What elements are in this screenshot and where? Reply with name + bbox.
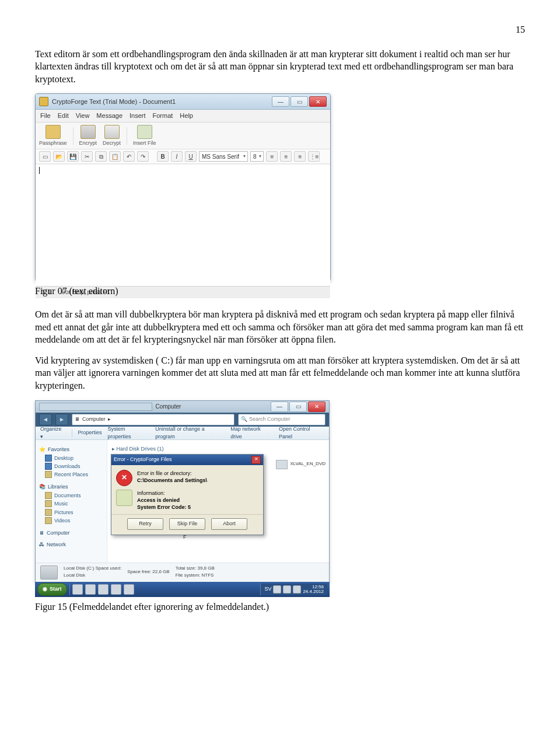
- dvd-icon: [276, 460, 288, 469]
- forward-button[interactable]: ►: [55, 414, 68, 425]
- editor-area[interactable]: [36, 164, 330, 286]
- sidebar-favorites-header[interactable]: ⭐ Favorites: [39, 446, 103, 453]
- font-size-select[interactable]: 8: [250, 151, 264, 162]
- close-button[interactable]: ✕: [309, 96, 327, 107]
- maximize-button[interactable]: ▭: [290, 96, 308, 107]
- skip-file-button[interactable]: Skip File: [169, 518, 205, 530]
- menu-file[interactable]: File: [40, 111, 51, 120]
- sidebar-item-downloads[interactable]: Downloads: [39, 462, 103, 470]
- figure-15-caption: Figur 15 (Felmeddelandet efter ignorerin…: [35, 601, 525, 613]
- sidebar-libraries-header[interactable]: 📚 Libraries: [39, 483, 103, 490]
- nav-sidebar: ⭐ Favorites Desktop Downloads Recent Pla…: [36, 440, 107, 563]
- search-input[interactable]: 🔍 Search Computer: [238, 414, 326, 425]
- undo-icon[interactable]: ↶: [123, 151, 135, 162]
- taskbar-icon[interactable]: [111, 584, 121, 595]
- menu-help[interactable]: Help: [180, 111, 193, 120]
- encrypt-button[interactable]: Encrypt: [79, 125, 97, 146]
- cmd-control-panel[interactable]: Open Control Panel: [279, 425, 324, 439]
- language-indicator[interactable]: SV: [264, 585, 271, 592]
- toolbar-separator: [73, 127, 74, 145]
- error-close-button[interactable]: ✕: [251, 456, 261, 464]
- passphrase-label: Passphrase: [39, 139, 67, 146]
- tray-icon[interactable]: [273, 585, 281, 594]
- cut-icon[interactable]: ✂: [81, 151, 93, 162]
- sidebar-item-music[interactable]: Music: [39, 500, 103, 508]
- insertfile-label: Insert File: [133, 139, 156, 146]
- cmd-map-drive[interactable]: Map network drive: [230, 425, 273, 439]
- address-bar[interactable]: 🖥 Computer ▸: [72, 414, 235, 425]
- cmd-uninstall[interactable]: Uninstall or change a program: [155, 425, 225, 439]
- taskbar-icon[interactable]: [85, 584, 96, 595]
- close-button[interactable]: ✕: [308, 402, 326, 412]
- error-buttons: Retry Skip File Abort: [111, 514, 263, 535]
- text-cursor: [39, 167, 40, 174]
- taskbar-icon[interactable]: [124, 584, 134, 595]
- error-titlebar: Error - CryptoForge Files ✕: [111, 455, 263, 465]
- italic-button[interactable]: I: [171, 151, 183, 162]
- new-icon[interactable]: ▭: [39, 151, 51, 162]
- back-button[interactable]: ◄: [39, 414, 52, 425]
- align-right-icon[interactable]: ≡: [294, 151, 306, 162]
- minimize-button[interactable]: —: [272, 96, 289, 107]
- align-left-icon[interactable]: ≡: [266, 151, 278, 162]
- error-msg-1: Error in file or directory:: [137, 470, 207, 477]
- taskbar-icon[interactable]: [98, 584, 108, 595]
- cmd-system-properties[interactable]: System properties: [108, 425, 150, 439]
- window-buttons: — ▭ ✕: [271, 402, 326, 412]
- error-info-label: Information:: [137, 490, 191, 497]
- menu-format[interactable]: Format: [153, 111, 173, 120]
- sidebar-item-recent[interactable]: Recent Places: [39, 470, 103, 479]
- sidebar-network-header[interactable]: 🖧 Network: [39, 541, 103, 548]
- cmd-properties[interactable]: Properties: [78, 429, 102, 436]
- open-icon[interactable]: 📂: [53, 151, 65, 162]
- tray-icon[interactable]: [283, 585, 291, 594]
- underline-button[interactable]: U: [185, 151, 197, 162]
- paste-icon[interactable]: 📋: [109, 151, 121, 162]
- details-line2: Local Disk: [64, 573, 121, 579]
- save-icon[interactable]: 💾: [67, 151, 79, 162]
- error-path: C:\Documents and Settings\: [137, 477, 207, 484]
- sidebar-item-videos[interactable]: Videos: [39, 516, 103, 525]
- redo-icon[interactable]: ↷: [137, 151, 149, 162]
- main-toolbar: Passphrase Encrypt Decrypt Insert File: [36, 123, 330, 149]
- minimize-button[interactable]: —: [271, 402, 288, 412]
- abort-button[interactable]: Abort: [211, 518, 247, 530]
- menu-edit[interactable]: Edit: [58, 111, 69, 120]
- cmd-organize[interactable]: Organize ▾: [40, 425, 66, 439]
- explorer-title: Computer: [156, 403, 268, 411]
- sidebar-item-documents[interactable]: Documents: [39, 491, 103, 500]
- taskbar-icon[interactable]: [72, 584, 83, 595]
- start-button[interactable]: ◉ Start: [37, 583, 67, 596]
- taskbar: ◉ Start SV 12:58 24.4.2012: [35, 582, 330, 597]
- menu-view[interactable]: View: [76, 111, 90, 120]
- retry-button[interactable]: Retry: [127, 518, 163, 530]
- bullets-icon[interactable]: ⋮≡: [308, 151, 320, 162]
- decrypt-button[interactable]: Decrypt: [103, 125, 121, 146]
- app-icon: [39, 97, 48, 106]
- info-icon: [116, 490, 132, 506]
- system-tray: SV 12:58 24.4.2012: [260, 584, 327, 595]
- passphrase-button[interactable]: Passphrase: [39, 125, 67, 146]
- align-center-icon[interactable]: ≡: [280, 151, 292, 162]
- sidebar-item-pictures[interactable]: Pictures: [39, 508, 103, 516]
- format-toolbar: ▭ 📂 💾 ✂ ⧉ 📋 ↶ ↷ B I U MS Sans Serif 8 ≡ …: [36, 149, 330, 164]
- cryptoforge-text-window: CryptoForge Text (Trial Mode) - Document…: [35, 93, 331, 281]
- bold-button[interactable]: B: [157, 151, 169, 162]
- error-dialog: Error - CryptoForge Files ✕ ✕ Error in f…: [111, 454, 264, 535]
- menu-message[interactable]: Message: [96, 111, 123, 120]
- dvd-label: XLVAL_EN_DVD: [290, 461, 326, 467]
- sidebar-computer-header[interactable]: 🖥 Computer: [39, 529, 103, 536]
- details-free: Space free: 22,6 GB: [127, 569, 170, 575]
- menu-insert[interactable]: Insert: [130, 111, 146, 120]
- sidebar-item-desktop[interactable]: Desktop: [39, 454, 103, 462]
- copy-icon[interactable]: ⧉: [95, 151, 107, 162]
- clock[interactable]: 12:58 24.4.2012: [303, 585, 324, 594]
- paragraph-2: Om det är så att man vill dubbelkryptera…: [35, 308, 525, 346]
- tray-icon[interactable]: [293, 585, 301, 594]
- font-select[interactable]: MS Sans Serif: [199, 151, 248, 162]
- insert-file-button[interactable]: Insert File: [133, 125, 156, 146]
- maximize-button[interactable]: ▭: [289, 402, 307, 412]
- details-fs: File system: NTFS: [176, 573, 215, 579]
- window-title: CryptoForge Text (Trial Mode) - Document…: [52, 97, 268, 106]
- dvd-drive-item[interactable]: XLVAL_EN_DVD: [276, 460, 326, 469]
